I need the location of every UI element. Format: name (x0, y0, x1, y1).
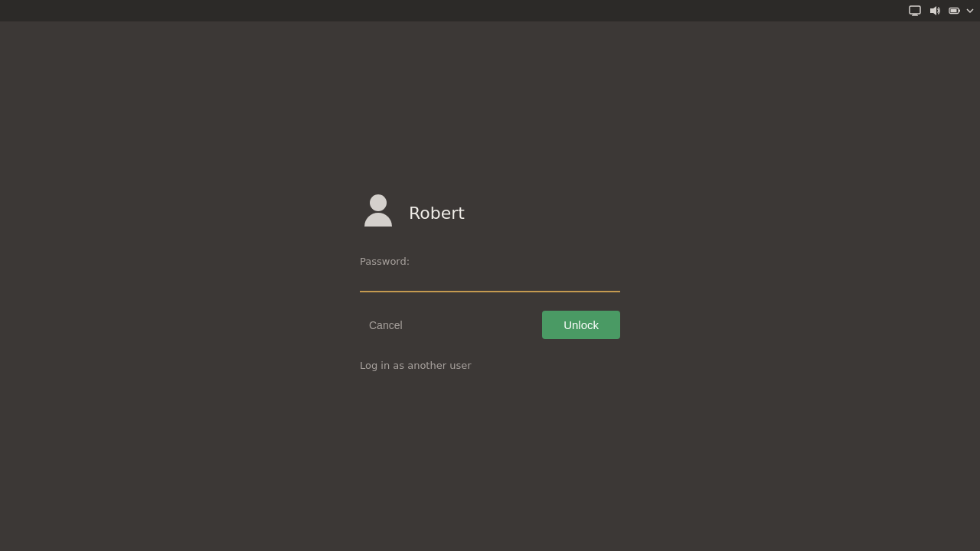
username-label: Robert (409, 204, 465, 223)
svg-marker-3 (930, 6, 936, 15)
buttons-row: Cancel Unlock (360, 311, 620, 339)
cancel-button[interactable]: Cancel (360, 313, 412, 337)
display-icon[interactable] (906, 2, 923, 19)
topbar (0, 0, 980, 21)
svg-rect-6 (959, 10, 960, 12)
unlock-button[interactable]: Unlock (542, 311, 620, 339)
avatar (360, 194, 397, 231)
avatar-body (364, 213, 392, 227)
svg-rect-5 (951, 9, 957, 12)
sound-icon[interactable] (926, 2, 943, 19)
svg-rect-0 (910, 6, 920, 14)
password-label: Password: (360, 256, 620, 267)
svg-rect-1 (913, 14, 917, 15)
svg-rect-2 (912, 15, 918, 16)
switch-user-link[interactable]: Log in as another user (360, 360, 472, 371)
avatar-head (370, 194, 387, 211)
password-input[interactable] (360, 272, 620, 292)
login-panel: Robert Password: Cancel Unlock Log in as… (360, 194, 620, 372)
password-section: Password: (360, 256, 620, 292)
user-info: Robert (360, 194, 620, 231)
system-menu-dropdown[interactable] (966, 7, 974, 15)
battery-icon[interactable] (946, 2, 963, 19)
